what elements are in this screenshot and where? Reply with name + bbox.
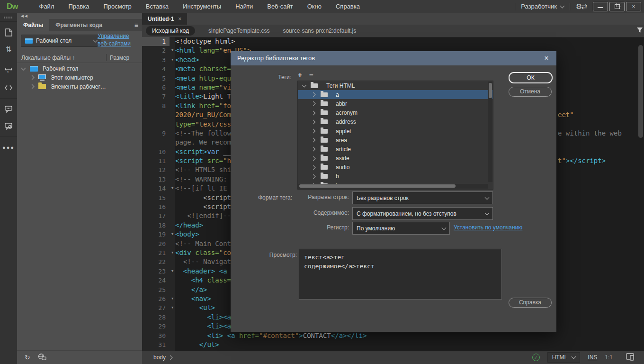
word-wrap-icon[interactable]: * [0,62,17,79]
chevron-right-icon[interactable] [311,174,316,179]
cancel-button[interactable]: Отмена [509,87,552,97]
menu-item-Просмотр[interactable]: Просмотр [96,0,138,13]
chevron-right-icon[interactable] [311,119,316,124]
help-button[interactable]: Справка [509,298,552,308]
list-vertical-scrollbar[interactable] [488,82,492,182]
chevron-right-icon[interactable] [311,110,316,115]
menu-item-Инструменты[interactable]: Инструменты [176,0,228,13]
chevron-right-icon[interactable] [311,156,316,161]
tree-item[interactable]: Элементы рабочег… [17,82,142,91]
tag-item-a[interactable]: a [298,90,493,99]
tree-item[interactable]: Рабочий стол [17,64,142,73]
list-horizontal-scrollbar[interactable] [298,184,488,189]
case-dropdown[interactable]: По умолчанию [352,222,450,235]
doctype-dropdown[interactable]: HTML [547,352,581,363]
chevron-right-icon[interactable] [311,165,316,170]
menu-item-Веб-сайт[interactable]: Веб-сайт [260,0,300,13]
contents-dropdown[interactable]: С форматированием, но без отступов [352,207,493,220]
new-document-icon[interactable] [0,24,17,41]
menu-item-Окно[interactable]: Окно [300,0,329,13]
preview-in-browser-icon[interactable] [38,353,46,362]
chevron-right-icon[interactable] [311,129,316,134]
close-button[interactable]: × [626,2,641,11]
fold-arrow-icon[interactable]: ▼ [170,230,175,239]
more-tools-icon[interactable]: ●●● [0,139,17,156]
document-tab[interactable]: Untitled-1 × [142,13,187,25]
tag-item-address[interactable]: address [298,118,493,127]
panel-menu-icon[interactable]: ≡ [134,21,138,29]
fold-arrow-icon[interactable]: ▼ [170,46,175,55]
set-default-link[interactable]: Установить по умолчанию [454,224,522,231]
tag-tree-root[interactable]: Теги HTML [298,81,493,90]
chevron-down-icon[interactable] [21,65,26,70]
tag-item-b[interactable]: b [298,172,493,181]
tag-item-article[interactable]: article [298,145,493,154]
menu-item-Правка[interactable]: Правка [61,0,96,13]
minimize-button[interactable] [593,2,608,11]
related-file-source-sans-pro:n2:default.js[interactable]: source-sans-pro:n2:default.js [283,27,356,34]
chevron-right-icon[interactable] [311,138,316,143]
scrollbar-thumb[interactable] [299,184,456,188]
tag-item-aside[interactable]: aside [298,154,493,163]
restore-button[interactable] [609,2,625,11]
site-selector[interactable]: Рабочий стол [21,35,101,47]
tag-item-acronym[interactable]: acronym [298,109,493,118]
editor-vertical-scrollbar[interactable] [638,45,643,138]
chevron-right-icon[interactable] [30,84,35,89]
add-tag-button[interactable]: + [298,71,302,79]
menu-item-Найти[interactable]: Найти [228,0,260,13]
chevron-right-icon[interactable] [30,75,35,80]
fold-arrow-icon[interactable]: ▼ [170,184,175,193]
filter-icon[interactable] [636,27,643,35]
tab-snippets[interactable]: Фрагменты кода [49,19,108,31]
fold-arrow-icon[interactable]: ▼ [170,55,175,64]
tree-item[interactable]: Этот компьютер [17,73,142,82]
fold-arrow-icon[interactable]: ▼ [170,303,175,312]
device-preview-icon[interactable] [626,353,635,362]
column-local-files[interactable]: Локальные файлы ↑ [21,55,75,61]
column-divider[interactable] [106,54,107,61]
tag-selector[interactable]: body [153,354,172,361]
column-size[interactable]: Размер [110,55,129,61]
fold-arrow-icon[interactable]: ▼ [170,248,175,257]
lint-ok-icon[interactable]: ✓ [532,354,540,361]
dialog-title-bar[interactable]: Редактор библиотеки тегов × [231,51,556,65]
collapse-panel-icon[interactable]: ◄◄ [20,13,27,18]
dialog-close-icon[interactable]: × [541,51,552,65]
scrollbar-thumb[interactable] [489,83,492,98]
tag-item-abbr[interactable]: abbr [298,99,493,108]
menu-item-Файл[interactable]: Файл [32,0,62,13]
line-breaks-dropdown[interactable]: Без разрывов строк [352,191,493,204]
fold-arrow-icon[interactable]: ▼ [170,294,175,303]
menu-item-Вставка[interactable]: Вставка [139,0,176,13]
fold-arrow-icon[interactable]: ▼ [170,267,175,276]
code-line[interactable]: 1<!doctype html> [142,37,644,46]
chevron-down-icon[interactable] [302,82,307,87]
code-line[interactable]: 31</ul> [142,340,644,349]
insert-mode-indicator[interactable]: INS [588,354,597,361]
gear-sync-icon[interactable]: ⚙⇄ [576,2,586,11]
tag-item-area[interactable]: area [298,136,493,145]
chevron-right-icon[interactable] [311,92,316,97]
tab-files[interactable]: Файлы [17,19,49,31]
manage-sites-link[interactable]: Управление веб-сайтами [98,33,141,47]
apply-comment-icon[interactable] [0,100,17,118]
related-file-singlePageTemplate.css[interactable]: singlePageTemplate.css [208,27,269,34]
close-tab-icon[interactable]: × [178,16,181,22]
refresh-icon[interactable]: ↻ [25,354,30,361]
remove-tag-button[interactable]: − [309,71,313,79]
tag-item-applet[interactable]: applet [298,127,493,136]
remove-comment-icon[interactable] [0,118,17,135]
tag-item-audio[interactable]: audio [298,163,493,172]
code-line[interactable]: 30<li> <a href="#contact">CONTACT</a></l… [142,331,644,340]
chevron-right-icon[interactable] [311,101,316,106]
workspace-switcher[interactable]: Разработчик [521,3,564,10]
file-transfer-icon[interactable]: ⇅ [0,41,17,58]
menu-item-Справка[interactable]: Справка [329,0,367,13]
chevron-right-icon[interactable] [311,147,316,152]
format-source-icon[interactable] [0,79,17,96]
ok-button[interactable]: ОК [509,72,553,83]
tag-tree-list[interactable]: Теги HTMLaabbracronymaddressappletareaar… [297,81,493,190]
toolbar-grip[interactable] [4,17,13,18]
related-file-Исходный код[interactable]: Исходный код [146,26,195,36]
